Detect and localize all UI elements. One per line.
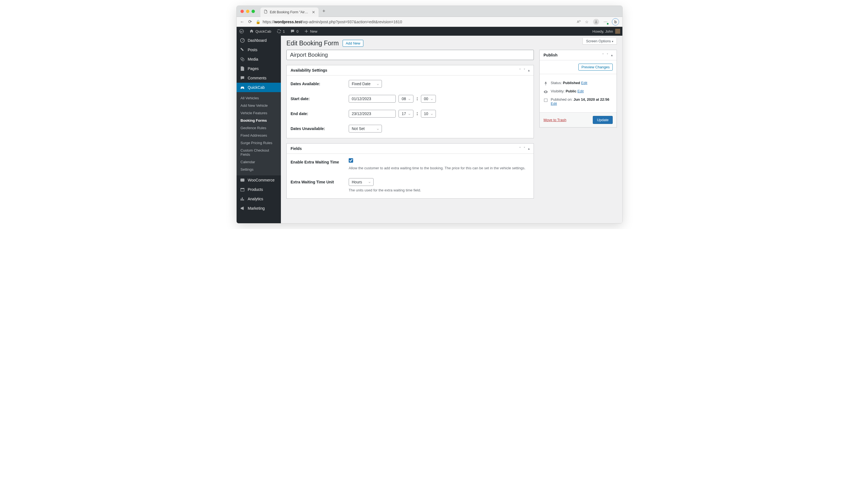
url-field[interactable]: 🔒 https://wordpress.test/wp-admin/post.p… [256, 20, 570, 24]
move-down-icon[interactable]: ˅ [607, 53, 608, 57]
published-on-label: Published on: [551, 97, 573, 102]
publish-visibility-row: Visibility: Public Edit [543, 89, 613, 94]
sidebar-sub-geofence-rules[interactable]: Geofence Rules [237, 124, 281, 132]
add-new-button[interactable]: Add New [343, 40, 363, 47]
waiting-unit-desc: The units used for the extra waiting tim… [349, 187, 530, 193]
chevron-down-icon: ⌵ [377, 82, 379, 86]
sidebar-item-dashboard[interactable]: Dashboard [237, 36, 281, 45]
move-down-icon[interactable]: ˅ [524, 68, 525, 72]
new-tab-button[interactable]: + [322, 8, 326, 14]
end-minute-select[interactable]: 10 ⌵ [421, 110, 436, 118]
sidebar-sub-booking-forms[interactable]: Booking Forms [237, 117, 281, 124]
move-to-trash-link[interactable]: Move to Trash [543, 118, 566, 122]
sidebar-label: Marketing [248, 206, 265, 211]
sidebar-item-pages[interactable]: Pages [237, 64, 281, 73]
preview-changes-button[interactable]: Preview Changes [578, 64, 613, 71]
sidebar-label: Dashboard [248, 38, 267, 43]
edit-visibility-link[interactable]: Edit [577, 89, 584, 93]
move-up-icon[interactable]: ˄ [519, 147, 521, 151]
published-on-value: Jun 14, 2020 at 22:56 [573, 97, 609, 102]
sidebar-label: Products [248, 187, 263, 192]
waiting-time-checkbox[interactable] [349, 158, 353, 163]
sidebar-item-marketing[interactable]: Marketing [237, 203, 281, 213]
sidebar-item-products[interactable]: Products [237, 185, 281, 194]
user-menu[interactable]: Howdy, John [592, 29, 622, 34]
window-zoom-icon[interactable] [252, 10, 255, 13]
sidebar-item-comments[interactable]: Comments [237, 73, 281, 83]
start-date-label: Start date: [290, 95, 349, 101]
start-date-input[interactable] [349, 95, 396, 103]
tab-close-icon[interactable]: ✕ [312, 10, 315, 14]
publish-postbox: Publish ˄ ˅ ▴ Preview Changes [539, 50, 617, 127]
toggle-panel-icon[interactable]: ▴ [528, 147, 530, 151]
profile-icon[interactable] [593, 19, 599, 25]
visibility-label: Visibility: [551, 89, 566, 93]
end-hour-select[interactable]: 17 ⌵ [398, 110, 413, 118]
update-button[interactable]: Update [593, 116, 613, 124]
new-content-link[interactable]: New [301, 27, 320, 36]
window-minimize-icon[interactable] [246, 10, 249, 13]
sidebar-sub-all-vehicles[interactable]: All Vehicles [237, 94, 281, 102]
sidebar-item-media[interactable]: Media [237, 55, 281, 64]
sidebar-item-posts[interactable]: Posts [237, 45, 281, 55]
sidebar-item-woocommerce[interactable]: WooCommerce [237, 175, 281, 185]
waiting-unit-select[interactable]: Hours ⌵ [349, 178, 374, 186]
howdy-text: Howdy, John [592, 29, 613, 33]
select-value: 10 [424, 111, 428, 116]
address-bar-icons: AA ☆ ⋯ b [577, 18, 619, 26]
start-hour-select[interactable]: 08 ⌵ [398, 95, 413, 103]
back-button[interactable]: ← [240, 19, 244, 24]
edit-date-link[interactable]: Edit [551, 102, 557, 106]
refresh-button[interactable]: ⟳ [248, 19, 252, 24]
window-close-icon[interactable] [241, 10, 244, 13]
sidebar-sub-settings[interactable]: Settings [237, 166, 281, 173]
sidebar-label: WooCommerce [248, 178, 274, 182]
site-name-link[interactable]: QuickCab [246, 27, 274, 36]
toggle-panel-icon[interactable]: ▴ [528, 68, 530, 72]
toggle-panel-icon[interactable]: ▴ [611, 53, 613, 57]
text-size-icon[interactable]: AA [577, 20, 581, 24]
post-title-input[interactable] [286, 50, 534, 60]
comments-link[interactable]: 0 [288, 27, 301, 36]
sidebar-sub-custom-checkout-fields[interactable]: Custom Checkout Fields [237, 147, 281, 158]
favorite-icon[interactable]: ☆ [585, 20, 589, 24]
chevron-down-icon: ⌵ [431, 112, 433, 116]
move-up-icon[interactable]: ˄ [602, 53, 604, 57]
svg-point-4 [243, 88, 244, 89]
sidebar-item-analytics[interactable]: Analytics [237, 194, 281, 203]
url-path: /wp-admin/post.php?post=937&action=edit&… [302, 20, 402, 24]
wp-logo-icon[interactable] [237, 27, 246, 36]
start-minute-select[interactable]: 00 ⌵ [421, 95, 436, 103]
screen-options-button[interactable]: Screen Options [583, 38, 617, 45]
sidebar-sub-calendar[interactable]: Calendar [237, 158, 281, 166]
availability-postbox: Availability Settings ˄ ˅ ▴ Dates Availa… [286, 65, 534, 138]
site-name-text: QuickCab [255, 29, 271, 33]
screen-options-label: Screen Options [586, 39, 611, 43]
sidebar-submenu-quickcab: All Vehicles Add New Vehicle Vehicle Fea… [237, 92, 281, 175]
end-date-input[interactable] [349, 110, 396, 118]
publish-status-row: Status: Published Edit [543, 81, 613, 86]
select-value: 00 [424, 96, 428, 101]
more-icon[interactable]: ⋯ [604, 20, 607, 24]
waiting-time-label: Enable Extra Waiting Time [290, 158, 349, 164]
page-header: Edit Booking Form Add New [281, 36, 583, 50]
availability-title: Availability Settings [290, 68, 327, 73]
eye-icon [543, 90, 548, 94]
edit-status-link[interactable]: Edit [581, 81, 587, 85]
sidebar-sub-add-new-vehicle[interactable]: Add New Vehicle [237, 102, 281, 109]
move-up-icon[interactable]: ˄ [519, 68, 521, 72]
dates-available-select[interactable]: Fixed Date ⌵ [349, 80, 382, 88]
svg-point-0 [596, 20, 597, 22]
sidebar-sub-surge-pricing-rules[interactable]: Surge Pricing Rules [237, 139, 281, 147]
updates-count: 1 [283, 29, 285, 33]
sidebar-label: Analytics [248, 197, 263, 201]
browser-tab[interactable]: Edit Booking Form "Airport Bo... ✕ [260, 7, 318, 17]
sidebar-sub-fixed-addresses[interactable]: Fixed Addresses [237, 132, 281, 139]
dates-unavailable-select[interactable]: Not Set ⌵ [349, 125, 382, 133]
sidebar-item-quickcab[interactable]: QuickCab [237, 83, 281, 92]
bing-icon[interactable]: b [612, 18, 619, 26]
sidebar-sub-vehicle-features[interactable]: Vehicle Features [237, 109, 281, 117]
move-down-icon[interactable]: ˅ [524, 147, 525, 151]
updates-link[interactable]: 1 [274, 27, 288, 36]
chevron-down-icon: ⌵ [431, 97, 433, 101]
